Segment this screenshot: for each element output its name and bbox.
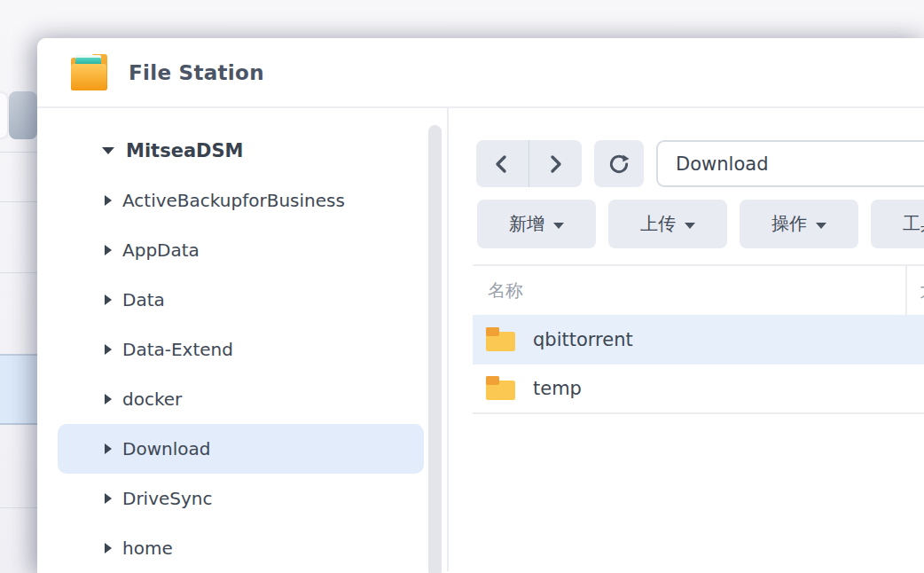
create-button-label: 新增	[509, 212, 544, 236]
background-table-line	[0, 272, 37, 273]
sidebar-item-activebackupforbusiness[interactable]: ActiveBackupforBusiness	[58, 176, 424, 225]
window-titlebar: File Station	[37, 38, 924, 108]
tools-button-label: 工具	[903, 212, 924, 236]
chevron-left-icon	[493, 154, 511, 174]
sidebar-scrollbar[interactable]	[428, 125, 442, 573]
file-row-qbittorrent[interactable]: qbittorrent	[473, 315, 924, 365]
forward-button[interactable]	[529, 140, 582, 187]
dropdown-caret-icon	[553, 223, 564, 229]
tree-root-mitseadsm[interactable]: MitseaDSM	[58, 137, 424, 164]
history-button-group	[476, 140, 582, 187]
expand-caret-icon[interactable]	[105, 344, 112, 355]
expand-caret-icon[interactable]	[105, 543, 112, 553]
expand-caret-icon[interactable]	[105, 245, 112, 255]
refresh-button[interactable]	[594, 140, 644, 187]
expand-caret-icon[interactable]	[105, 443, 112, 454]
file-row-temp[interactable]: temp	[473, 365, 924, 414]
main-panel: 新增 上传 操作 工具 名称	[449, 108, 924, 571]
column-header-size[interactable]: 大小	[907, 279, 924, 302]
sidebar-item-appdata[interactable]: AppData	[58, 225, 424, 275]
upload-button[interactable]: 上传	[608, 200, 727, 248]
background-table-line	[0, 201, 37, 202]
sidebar-item-label: Data-Extend	[122, 339, 233, 360]
path-input[interactable]	[656, 140, 924, 187]
column-header-name[interactable]: 名称	[473, 279, 905, 302]
create-button[interactable]: 新增	[477, 200, 596, 248]
window-body: MitseaDSM ActiveBackupforBusiness AppDat…	[37, 108, 924, 571]
collapse-caret-icon[interactable]	[102, 147, 114, 154]
action-button-label: 操作	[771, 212, 807, 236]
dropdown-caret-icon	[685, 223, 695, 229]
back-button[interactable]	[476, 140, 529, 187]
expand-caret-icon[interactable]	[105, 294, 112, 305]
sidebar-item-data[interactable]: Data	[58, 275, 424, 325]
background-table-line	[0, 507, 37, 508]
tools-button[interactable]: 工具	[871, 200, 924, 248]
action-button[interactable]: 操作	[740, 200, 858, 248]
chevron-right-icon	[546, 154, 564, 174]
background-button	[9, 91, 37, 139]
file-name: qbittorrent	[533, 329, 633, 350]
background-panel-edge	[0, 93, 7, 137]
expand-caret-icon[interactable]	[105, 394, 112, 404]
folder-tree-sidebar: MitseaDSM ActiveBackupforBusiness AppDat…	[37, 108, 448, 571]
sidebar-item-label: docker	[122, 389, 182, 410]
dropdown-caret-icon	[816, 223, 826, 229]
upload-button-label: 上传	[640, 212, 676, 236]
sidebar-item-home[interactable]: home	[58, 523, 424, 573]
sidebar-item-label: DriveSync	[122, 488, 213, 509]
file-station-window: File Station MitseaDSM ActiveBackupforBu…	[37, 38, 924, 573]
sidebar-item-docker[interactable]: docker	[58, 374, 424, 424]
file-name: temp	[533, 378, 582, 399]
sidebar-item-data-extend[interactable]: Data-Extend	[58, 325, 424, 374]
background-selected-row	[0, 354, 37, 425]
sidebar-item-label: Download	[122, 438, 210, 459]
navigation-row	[476, 140, 924, 187]
sidebar-item-label: ActiveBackupforBusiness	[122, 190, 345, 211]
file-station-app-icon	[67, 52, 110, 92]
toolbar-row: 新增 上传 操作 工具	[477, 200, 924, 248]
tree-root-label: MitseaDSM	[126, 140, 244, 161]
sidebar-item-download[interactable]: Download	[58, 424, 424, 474]
file-list-header: 名称 大小	[473, 264, 924, 315]
refresh-icon	[607, 153, 630, 176]
expand-caret-icon[interactable]	[105, 195, 112, 206]
folder-icon	[486, 376, 515, 401]
expand-caret-icon[interactable]	[105, 493, 112, 504]
background-table-line	[0, 152, 37, 153]
sidebar-item-label: AppData	[122, 239, 200, 261]
sidebar-item-drivesync[interactable]: DriveSync	[58, 474, 424, 523]
folder-icon	[486, 327, 515, 352]
file-list: 名称 大小 qbittorrent	[473, 264, 924, 414]
window-title: File Station	[129, 61, 264, 84]
sidebar-item-label: home	[122, 538, 173, 559]
sidebar-item-label: Data	[122, 289, 165, 310]
